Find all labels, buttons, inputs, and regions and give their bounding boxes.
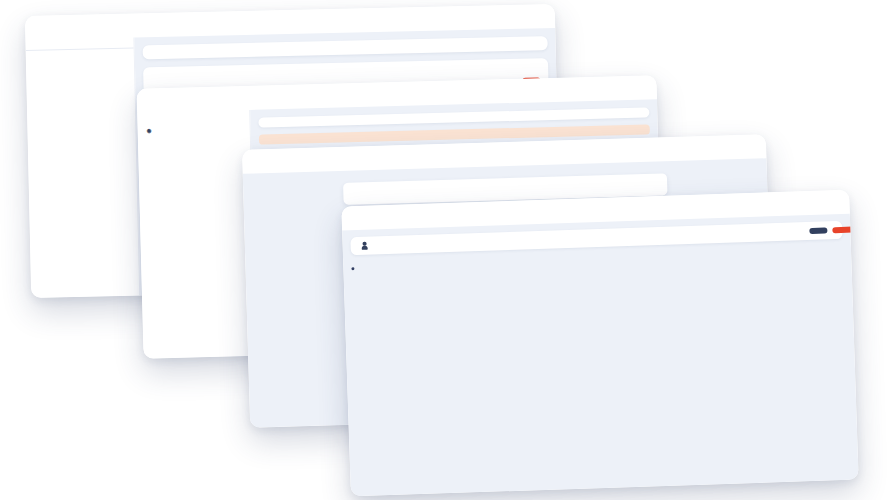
charts-row-top: [352, 260, 844, 276]
unused-fields-header: ◉: [137, 120, 249, 136]
charts-row-bottom: [352, 266, 844, 282]
add-button[interactable]: [832, 226, 856, 233]
quick-nav-sidebar: [25, 38, 140, 298]
window-dashboard: [341, 190, 858, 497]
page-title: [143, 36, 548, 59]
user-icon: [361, 242, 369, 250]
dashboard-body: [342, 214, 859, 497]
bullet-icon: ◉: [147, 127, 152, 133]
edit-titlebar: [258, 107, 649, 127]
admin-sidebar: [252, 215, 352, 218]
modern-view-button[interactable]: [809, 227, 827, 234]
quick-nav-header: [25, 40, 133, 51]
welcome-actions: [809, 227, 832, 234]
fields-sidebar: ◉: [137, 110, 256, 359]
period-tabs: [351, 267, 354, 270]
quick-nav-list: [26, 51, 134, 53]
